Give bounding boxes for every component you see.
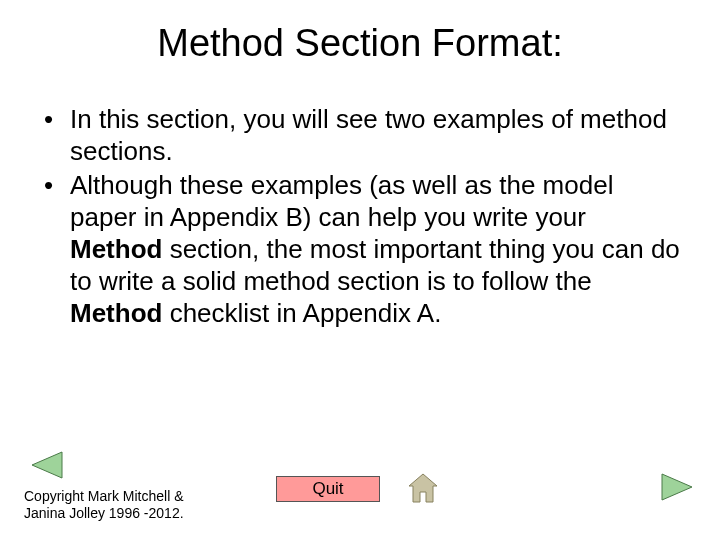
copyright-line-2: Janina Jolley 1996 -2012. bbox=[24, 505, 184, 521]
list-item: • In this section, you will see two exam… bbox=[44, 103, 680, 167]
svg-marker-1 bbox=[409, 474, 437, 502]
slide-title: Method Section Format: bbox=[0, 22, 720, 65]
bullet-list: • In this section, you will see two exam… bbox=[44, 103, 680, 329]
copyright-line-1: Copyright Mark Mitchell & bbox=[24, 488, 184, 504]
svg-marker-0 bbox=[32, 452, 62, 478]
list-item: • Although these examples (as well as th… bbox=[44, 169, 680, 329]
quit-button[interactable]: Quit bbox=[276, 476, 380, 502]
bullet-dot: • bbox=[44, 103, 70, 135]
forward-arrow-icon[interactable] bbox=[660, 472, 694, 506]
bullet-text: In this section, you will see two exampl… bbox=[70, 103, 680, 167]
back-arrow-icon[interactable] bbox=[30, 450, 64, 484]
copyright-text: Copyright Mark Mitchell & Janina Jolley … bbox=[24, 488, 184, 522]
home-icon[interactable] bbox=[406, 472, 440, 508]
bullet-dot: • bbox=[44, 169, 70, 201]
bullet-text: Although these examples (as well as the … bbox=[70, 169, 680, 329]
svg-marker-2 bbox=[662, 474, 692, 500]
footer: Copyright Mark Mitchell & Janina Jolley … bbox=[0, 466, 720, 526]
